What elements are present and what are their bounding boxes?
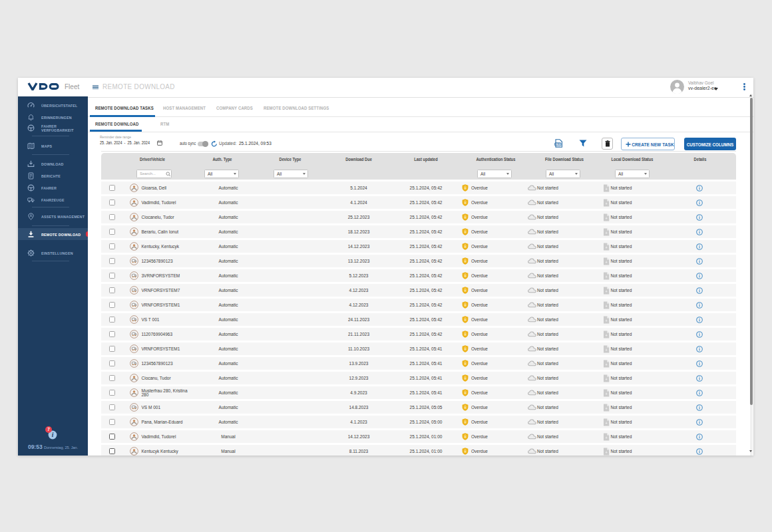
svg-text:CSV: CSV (556, 143, 561, 146)
svg-text:i: i (52, 432, 54, 438)
